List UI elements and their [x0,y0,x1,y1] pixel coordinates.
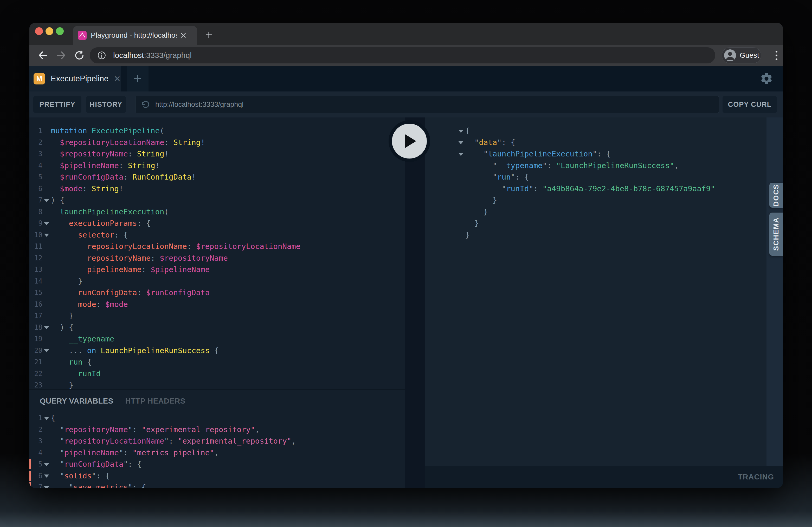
code-line[interactable]: 7 "save_metrics": { [29,482,405,488]
code-line[interactable]: 9 executionParams: { [29,217,405,229]
browser-tab[interactable]: Playground - http://localhost:3 [73,26,197,45]
browser-menu-icon[interactable] [770,49,783,62]
fold-arrow-icon[interactable] [44,199,49,202]
endpoint-url-bar[interactable]: http://localhost:3333/graphql [135,96,719,113]
code-line[interactable]: 14 } [29,275,405,287]
browser-toolbar: localhost:3333/graphql Guest [29,45,783,66]
response-line: "runId": "a49b864a-79e2-4be8-b78c-687457… [425,183,767,195]
code-line[interactable]: 6 $mode: String! [29,183,405,195]
line-gutter: 21 [29,358,51,366]
traffic-close-button[interactable] [35,27,43,35]
schema-tab[interactable]: SCHEMA [769,213,783,256]
response-line: "data": { [425,137,767,148]
line-number: 3 [29,150,42,158]
line-gutter: 15 [29,289,51,297]
traffic-zoom-button[interactable] [56,27,64,35]
back-button[interactable] [36,49,50,62]
code-line[interactable]: 10 selector: { [29,229,405,241]
settings-gear-icon[interactable] [759,72,773,86]
history-button[interactable]: HISTORY [86,96,126,113]
code-line[interactable]: 5 $runConfigData: RunConfigData! [29,171,405,183]
variables-code[interactable]: 1{2 "repositoryName": "experimental_repo… [29,412,405,488]
fold-arrow-icon[interactable] [44,326,49,329]
line-gutter: 8 [29,208,51,216]
line-gutter: 16 [29,300,51,308]
playground-main: 1mutation ExecutePipeline(2 $repositoryL… [29,118,783,488]
code-line[interactable]: 13 pipelineName: $pipelineName [29,264,405,275]
code-line[interactable]: 1{ [29,412,405,424]
tracing-footer[interactable]: TRACING [425,466,783,488]
reload-button[interactable] [73,49,86,62]
code-line[interactable]: 11 repositoryLocationName: $repositoryLo… [29,241,405,252]
tab-http-headers[interactable]: HTTP HEADERS [125,397,186,405]
response-pane: { "data": { "launchPipelineExecution": {… [425,118,767,488]
fold-arrow-icon[interactable] [44,475,49,478]
line-gutter: 6 [29,185,51,193]
fold-arrow-icon[interactable] [44,222,49,225]
line-gutter: 7 [29,196,51,204]
query-editor-pane[interactable]: 1mutation ExecutePipeline(2 $repositoryL… [29,118,405,488]
fold-arrow-icon[interactable] [44,486,49,488]
playground-tabbar: M ExecutePipeline ✕ [29,66,783,91]
profile-chip[interactable]: Guest [722,47,761,63]
copy-curl-button[interactable]: COPY CURL [723,96,777,113]
code-line[interactable]: 3 "repositoryLocationName": "experimenta… [29,435,405,447]
code-line[interactable]: 4 $pipelineName: String! [29,160,405,171]
line-gutter: 6 [29,472,51,480]
execute-query-button[interactable] [389,120,430,162]
code-line[interactable]: 5 "runConfigData": { [29,458,405,470]
code-line[interactable]: 22 runId [29,368,405,380]
code-line[interactable]: 12 repositoryName: $repositoryName [29,252,405,264]
docs-tab[interactable]: DOCS [769,183,783,208]
code-line[interactable]: 1mutation ExecutePipeline( [29,125,405,137]
site-info-icon[interactable] [97,51,106,60]
tab-close-icon[interactable] [179,31,188,40]
code-line[interactable]: 15 runConfigData: $runConfigData [29,287,405,299]
line-number: 17 [29,312,42,320]
fold-arrow-icon[interactable] [44,417,49,420]
traffic-minimize-button[interactable] [45,27,53,35]
code-line[interactable]: 7) { [29,194,405,206]
playground-tab-executepipeline[interactable]: M ExecutePipeline ✕ [29,66,121,91]
response-line: } [425,194,767,206]
code-line[interactable]: 20 ... on LaunchPipelineRunSuccess { [29,345,405,357]
code-line[interactable]: 8 launchPipelineExecution( [29,206,405,218]
code-line[interactable]: 6 "solids": { [29,470,405,482]
avatar-icon [724,49,736,61]
fold-arrow-icon[interactable] [44,234,49,237]
line-gutter: 17 [29,312,51,320]
playground-tab-close-icon[interactable]: ✕ [114,74,121,84]
fold-arrow-icon[interactable] [44,349,49,352]
playground-toolbar: PRETTIFY HISTORY http://localhost:3333/g… [29,91,783,118]
line-gutter: 1 [29,127,51,135]
fold-arrow-icon[interactable] [458,153,463,156]
playground-new-tab-button[interactable] [127,66,148,91]
code-line[interactable]: 4 "pipelineName": "metrics_pipeline", [29,447,405,459]
address-bar[interactable]: localhost:3333/graphql [90,47,715,63]
fold-arrow-icon[interactable] [458,130,463,133]
code-line[interactable]: 3 $repositoryName: String! [29,148,405,160]
fold-arrow-icon[interactable] [44,463,49,466]
code-line[interactable]: 2 $repositoryLocationName: String! [29,137,405,148]
code-line[interactable]: 17 } [29,310,405,322]
line-gutter: 23 [29,381,51,389]
line-gutter: 12 [29,254,51,262]
fold-arrow-icon[interactable] [458,141,463,144]
line-gutter: 19 [29,335,51,343]
code-line[interactable]: 23 } [29,379,405,389]
query-code[interactable]: 1mutation ExecutePipeline(2 $repositoryL… [29,118,405,389]
pane-divider[interactable] [405,118,425,488]
code-line[interactable]: 19 __typename [29,333,405,345]
code-line[interactable]: 2 "repositoryName": "experimental_reposi… [29,424,405,436]
forward-button[interactable] [54,49,68,62]
tab-query-variables[interactable]: QUERY VARIABLES [40,397,113,405]
new-tab-button[interactable] [202,28,216,42]
lint-marker [29,459,31,469]
line-number: 4 [29,449,42,456]
prettify-button[interactable]: PRETTIFY [33,96,82,113]
profile-name: Guest [740,51,759,60]
code-line[interactable]: 16 mode: $mode [29,299,405,310]
code-line[interactable]: 18 ) { [29,322,405,333]
url-text: localhost:3333/graphql [113,51,192,60]
code-line[interactable]: 21 run { [29,356,405,368]
